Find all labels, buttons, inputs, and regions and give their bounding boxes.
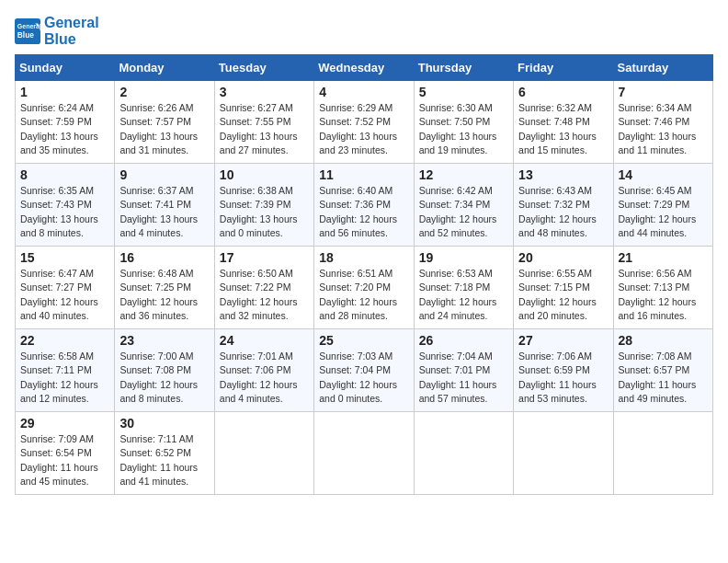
day-number: 21 xyxy=(619,250,708,265)
day-info: Sunrise: 6:58 AMSunset: 7:11 PMDaylight:… xyxy=(20,350,109,406)
calendar-cell: 27Sunrise: 7:06 AMSunset: 6:59 PMDayligh… xyxy=(514,329,613,412)
calendar-cell: 13Sunrise: 6:43 AMSunset: 7:32 PMDayligh… xyxy=(514,164,613,247)
calendar-cell: 4Sunrise: 6:29 AMSunset: 7:52 PMDaylight… xyxy=(314,81,414,164)
calendar-cell: 16Sunrise: 6:48 AMSunset: 7:25 PMDayligh… xyxy=(115,247,214,329)
day-number: 1 xyxy=(20,85,109,99)
calendar-cell: 3Sunrise: 6:27 AMSunset: 7:55 PMDaylight… xyxy=(214,81,313,164)
weekday-header-saturday: Saturday xyxy=(613,55,712,81)
day-number: 7 xyxy=(619,85,708,99)
day-info: Sunrise: 6:50 AMSunset: 7:22 PMDaylight:… xyxy=(220,267,309,323)
calendar-cell xyxy=(613,412,712,495)
day-number: 4 xyxy=(319,85,408,99)
day-info: Sunrise: 7:00 AMSunset: 7:08 PMDaylight:… xyxy=(119,350,209,406)
calendar-week-row: 29Sunrise: 7:09 AMSunset: 6:54 PMDayligh… xyxy=(16,412,713,495)
day-number: 16 xyxy=(119,250,209,265)
calendar-week-row: 15Sunrise: 6:47 AMSunset: 7:27 PMDayligh… xyxy=(16,247,713,329)
day-info: Sunrise: 6:30 AMSunset: 7:50 PMDaylight:… xyxy=(419,101,508,157)
calendar-cell: 30Sunrise: 7:11 AMSunset: 6:52 PMDayligh… xyxy=(115,412,214,495)
day-info: Sunrise: 6:37 AMSunset: 7:41 PMDaylight:… xyxy=(119,184,209,240)
calendar-cell: 14Sunrise: 6:45 AMSunset: 7:29 PMDayligh… xyxy=(613,164,712,247)
calendar-cell xyxy=(314,412,414,495)
calendar-table: SundayMondayTuesdayWednesdayThursdayFrid… xyxy=(15,54,713,495)
calendar-cell: 19Sunrise: 6:53 AMSunset: 7:18 PMDayligh… xyxy=(414,247,513,329)
day-info: Sunrise: 6:35 AMSunset: 7:43 PMDaylight:… xyxy=(20,184,109,240)
calendar-week-row: 8Sunrise: 6:35 AMSunset: 7:43 PMDaylight… xyxy=(16,164,713,247)
day-info: Sunrise: 7:11 AMSunset: 6:52 PMDaylight:… xyxy=(119,432,209,488)
calendar-cell: 1Sunrise: 6:24 AMSunset: 7:59 PMDaylight… xyxy=(16,81,115,164)
day-number: 9 xyxy=(119,167,209,182)
day-number: 29 xyxy=(20,416,109,431)
calendar-cell: 10Sunrise: 6:38 AMSunset: 7:39 PMDayligh… xyxy=(214,164,313,247)
calendar-cell: 22Sunrise: 6:58 AMSunset: 7:11 PMDayligh… xyxy=(16,329,115,412)
day-info: Sunrise: 6:51 AMSunset: 7:20 PMDaylight:… xyxy=(319,267,408,323)
day-info: Sunrise: 6:45 AMSunset: 7:29 PMDaylight:… xyxy=(619,184,708,240)
day-number: 10 xyxy=(220,167,309,182)
calendar-cell xyxy=(414,412,513,495)
day-number: 27 xyxy=(518,333,608,348)
day-info: Sunrise: 6:55 AMSunset: 7:15 PMDaylight:… xyxy=(518,267,608,323)
calendar-cell: 25Sunrise: 7:03 AMSunset: 7:04 PMDayligh… xyxy=(314,329,414,412)
day-info: Sunrise: 6:34 AMSunset: 7:46 PMDaylight:… xyxy=(619,101,708,157)
calendar-cell: 20Sunrise: 6:55 AMSunset: 7:15 PMDayligh… xyxy=(514,247,613,329)
day-number: 3 xyxy=(220,85,309,99)
calendar-cell: 18Sunrise: 6:51 AMSunset: 7:20 PMDayligh… xyxy=(314,247,414,329)
page-header: General Blue General Blue xyxy=(15,15,713,47)
svg-text:Blue: Blue xyxy=(17,30,34,40)
day-number: 5 xyxy=(419,85,508,99)
day-number: 2 xyxy=(119,85,209,99)
calendar-cell: 21Sunrise: 6:56 AMSunset: 7:13 PMDayligh… xyxy=(613,247,712,329)
day-info: Sunrise: 6:47 AMSunset: 7:27 PMDaylight:… xyxy=(20,267,109,323)
calendar-cell: 26Sunrise: 7:04 AMSunset: 7:01 PMDayligh… xyxy=(414,329,513,412)
day-number: 18 xyxy=(319,250,408,265)
calendar-cell xyxy=(214,412,313,495)
calendar-body: 1Sunrise: 6:24 AMSunset: 7:59 PMDaylight… xyxy=(16,81,713,495)
weekday-header-sunday: Sunday xyxy=(16,55,115,81)
day-info: Sunrise: 7:04 AMSunset: 7:01 PMDaylight:… xyxy=(419,350,508,406)
day-info: Sunrise: 6:27 AMSunset: 7:55 PMDaylight:… xyxy=(220,101,309,157)
day-number: 28 xyxy=(619,333,708,348)
day-info: Sunrise: 6:53 AMSunset: 7:18 PMDaylight:… xyxy=(419,267,508,323)
calendar-cell: 28Sunrise: 7:08 AMSunset: 6:57 PMDayligh… xyxy=(613,329,712,412)
calendar-cell: 17Sunrise: 6:50 AMSunset: 7:22 PMDayligh… xyxy=(214,247,313,329)
calendar-cell: 12Sunrise: 6:42 AMSunset: 7:34 PMDayligh… xyxy=(414,164,513,247)
weekday-header-thursday: Thursday xyxy=(414,55,513,81)
day-info: Sunrise: 7:09 AMSunset: 6:54 PMDaylight:… xyxy=(20,432,109,488)
day-info: Sunrise: 6:42 AMSunset: 7:34 PMDaylight:… xyxy=(419,184,508,240)
weekday-header-tuesday: Tuesday xyxy=(214,55,313,81)
day-number: 20 xyxy=(518,250,608,265)
day-info: Sunrise: 6:56 AMSunset: 7:13 PMDaylight:… xyxy=(619,267,708,323)
calendar-cell: 5Sunrise: 6:30 AMSunset: 7:50 PMDaylight… xyxy=(414,81,513,164)
logo-icon: General Blue xyxy=(15,18,40,44)
calendar-cell: 8Sunrise: 6:35 AMSunset: 7:43 PMDaylight… xyxy=(16,164,115,247)
day-number: 22 xyxy=(20,333,109,348)
day-info: Sunrise: 6:32 AMSunset: 7:48 PMDaylight:… xyxy=(518,101,608,157)
calendar-week-row: 22Sunrise: 6:58 AMSunset: 7:11 PMDayligh… xyxy=(16,329,713,412)
day-number: 6 xyxy=(518,85,608,99)
logo-blue: Blue xyxy=(44,31,99,48)
calendar-cell: 6Sunrise: 6:32 AMSunset: 7:48 PMDaylight… xyxy=(514,81,613,164)
calendar-cell xyxy=(514,412,613,495)
day-number: 11 xyxy=(319,167,408,182)
logo-general: General xyxy=(44,15,99,31)
calendar-cell: 24Sunrise: 7:01 AMSunset: 7:06 PMDayligh… xyxy=(214,329,313,412)
calendar-cell: 2Sunrise: 6:26 AMSunset: 7:57 PMDaylight… xyxy=(115,81,214,164)
day-number: 25 xyxy=(319,333,408,348)
weekday-header-row: SundayMondayTuesdayWednesdayThursdayFrid… xyxy=(16,55,713,81)
day-number: 26 xyxy=(419,333,508,348)
calendar-cell: 9Sunrise: 6:37 AMSunset: 7:41 PMDaylight… xyxy=(115,164,214,247)
day-info: Sunrise: 6:26 AMSunset: 7:57 PMDaylight:… xyxy=(119,101,209,157)
day-info: Sunrise: 6:38 AMSunset: 7:39 PMDaylight:… xyxy=(220,184,309,240)
day-info: Sunrise: 7:03 AMSunset: 7:04 PMDaylight:… xyxy=(319,350,408,406)
calendar-week-row: 1Sunrise: 6:24 AMSunset: 7:59 PMDaylight… xyxy=(16,81,713,164)
day-number: 17 xyxy=(220,250,309,265)
day-number: 8 xyxy=(20,167,109,182)
day-info: Sunrise: 7:06 AMSunset: 6:59 PMDaylight:… xyxy=(518,350,608,406)
day-number: 19 xyxy=(419,250,508,265)
calendar-cell: 11Sunrise: 6:40 AMSunset: 7:36 PMDayligh… xyxy=(314,164,414,247)
day-number: 24 xyxy=(220,333,309,348)
day-info: Sunrise: 6:48 AMSunset: 7:25 PMDaylight:… xyxy=(119,267,209,323)
day-number: 15 xyxy=(20,250,109,265)
weekday-header-friday: Friday xyxy=(514,55,613,81)
calendar-cell: 7Sunrise: 6:34 AMSunset: 7:46 PMDaylight… xyxy=(613,81,712,164)
weekday-header-wednesday: Wednesday xyxy=(314,55,414,81)
